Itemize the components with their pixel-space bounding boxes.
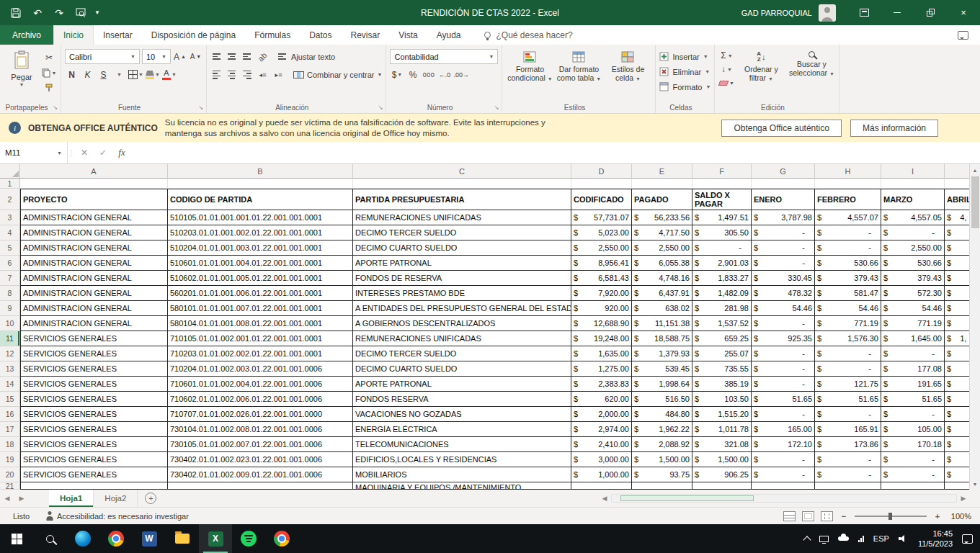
row-header-19[interactable]: 19 — [0, 452, 20, 467]
cell-G16[interactable]: $- — [752, 407, 815, 422]
cell-J11[interactable]: $1, — [945, 331, 969, 346]
cell-F13[interactable]: $735.55 — [692, 361, 752, 377]
row-header-9[interactable]: 9 — [0, 301, 20, 316]
conditional-formatting-button[interactable]: Formato condicional ▼ — [506, 48, 553, 82]
cell-I3[interactable]: $4,557.05 — [881, 210, 945, 225]
cell-J18[interactable]: $ — [945, 437, 969, 452]
format-painter-icon[interactable] — [41, 82, 57, 94]
column-header-I[interactable]: I — [881, 164, 945, 179]
row-header-2[interactable]: 2 — [0, 189, 20, 210]
cell-F15[interactable]: $103.50 — [692, 392, 752, 407]
cell-F3[interactable]: $1,497.51 — [692, 210, 752, 225]
dialog-launcher-icon[interactable]: ↘ — [494, 104, 499, 111]
clock[interactable]: 16:45 11/5/2023 — [918, 529, 953, 549]
tab-disposición-de-página[interactable]: Disposición de página — [142, 25, 245, 45]
cell-J15[interactable]: $ — [945, 392, 969, 407]
orientation-icon[interactable]: ab — [254, 49, 270, 64]
align-left-icon[interactable] — [210, 68, 223, 81]
dialog-launcher-icon[interactable]: ↘ — [378, 104, 383, 111]
hidden-icons-chevron-icon[interactable] — [803, 536, 811, 544]
cell-A12[interactable]: SERVICIOS GENERALES — [20, 346, 168, 361]
cell-B1[interactable] — [168, 179, 353, 189]
cell-A7[interactable]: ADMINISTRACION GENERAL — [20, 271, 168, 286]
cell-B6[interactable]: 510601.01.01.001.004.01.22.001.001.0001 — [168, 256, 353, 271]
cell-C8[interactable]: INTERESES PRESTAMO BDE — [353, 286, 571, 301]
cell-E4[interactable]: $4,717.50 — [632, 225, 692, 240]
cell-I18[interactable]: $170.18 — [881, 437, 945, 452]
align-top-icon[interactable] — [210, 51, 223, 62]
cell-B5[interactable]: 510204.01.01.001.003.01.22.001.001.0001 — [168, 240, 353, 256]
cell-H4[interactable]: $- — [815, 225, 881, 240]
cell-A11[interactable]: SERVICIOS GENERALES — [20, 331, 168, 346]
minimize-button[interactable] — [881, 0, 914, 25]
account-name[interactable]: GAD PARROQUIAL — [741, 9, 812, 17]
cell-I10[interactable]: $771.19 — [881, 316, 945, 331]
cell-D15[interactable]: $620.00 — [571, 392, 632, 407]
cell-G10[interactable]: $- — [752, 316, 815, 331]
cell-H11[interactable]: $1,576.30 — [815, 331, 881, 346]
cell-I19[interactable]: $- — [881, 452, 945, 467]
cell-F14[interactable]: $385.19 — [692, 377, 752, 392]
cell-C20[interactable]: MOBILIARIOS — [353, 467, 571, 482]
cell-G21[interactable] — [752, 482, 815, 490]
cell-I5[interactable]: $2,550.00 — [881, 240, 945, 256]
decrease-decimal-icon[interactable]: .00→ — [453, 68, 469, 82]
cell-C7[interactable]: FONDOS DE RESERVA — [353, 271, 571, 286]
cell-B16[interactable]: 710707.01.01.002.026.01.22.001.001.0000 — [168, 407, 353, 422]
cell-J6[interactable]: $ — [945, 256, 969, 271]
cell-H21[interactable] — [815, 482, 881, 490]
cell-J16[interactable]: $ — [945, 407, 969, 422]
cell-C19[interactable]: EDIFICIOS,LOCALES Y RESIDENCIAS — [353, 452, 571, 467]
cell-G17[interactable]: $165.00 — [752, 422, 815, 437]
underline-button[interactable]: S — [97, 68, 110, 82]
percent-style-icon[interactable]: % — [406, 68, 419, 82]
cell-D5[interactable]: $2,550.00 — [571, 240, 632, 256]
cell-H10[interactable]: $771.19 — [815, 316, 881, 331]
cell-F2[interactable]: SALDO X PAGAR — [692, 189, 752, 210]
cell-B7[interactable]: 510602.01.01.001.005.01.22.001.001.0001 — [168, 271, 353, 286]
paste-button[interactable]: Pegar▼ — [5, 48, 38, 94]
taskbar-spotify[interactable] — [232, 524, 265, 553]
increase-font-icon[interactable]: A▲ — [173, 50, 187, 64]
feedback-comment-icon[interactable] — [958, 31, 968, 40]
cell-A1[interactable] — [20, 179, 168, 189]
cell-E13[interactable]: $539.45 — [632, 361, 692, 377]
cell-B8[interactable]: 560201.01.01.001.006.01.22.001.001.0001 — [168, 286, 353, 301]
cell-E1[interactable] — [632, 179, 692, 189]
cell-J3[interactable]: $4, — [945, 210, 969, 225]
scroll-up-icon[interactable]: ▲ — [970, 164, 980, 176]
cell-A9[interactable]: ADMINISTRACION GENERAL — [20, 301, 168, 316]
undo-icon[interactable]: ↶ — [27, 3, 48, 23]
align-right-icon[interactable] — [241, 68, 254, 81]
cell-E7[interactable]: $4,748.16 — [632, 271, 692, 286]
cell-B11[interactable]: 710105.01.01.002.001.01.22.001.001.0001 — [168, 331, 353, 346]
row-header-15[interactable]: 15 — [0, 392, 20, 407]
cell-D19[interactable]: $3,000.00 — [571, 452, 632, 467]
select-all-corner[interactable] — [0, 164, 20, 179]
cell-F10[interactable]: $1,537.52 — [692, 316, 752, 331]
cell-E21[interactable] — [632, 482, 692, 490]
underline-chevron-icon[interactable]: ▼ — [112, 68, 126, 82]
cell-J1[interactable] — [945, 179, 969, 189]
comma-style-icon[interactable]: 000 — [422, 68, 435, 82]
column-header-B[interactable]: B — [168, 164, 353, 179]
cell-F21[interactable] — [692, 482, 752, 490]
cell-G15[interactable]: $51.65 — [752, 392, 815, 407]
sheet-tab-hoja1[interactable]: Hoja1 — [49, 490, 94, 507]
cell-G7[interactable]: $330.45 — [752, 271, 815, 286]
cell-A18[interactable]: SERVICIOS GENERALES — [20, 437, 168, 452]
cell-D11[interactable]: $19,248.00 — [571, 331, 632, 346]
borders-icon[interactable]: ▼ — [128, 68, 143, 82]
format-as-table-button[interactable]: Dar formato como tabla ▼ — [555, 48, 602, 82]
row-header-13[interactable]: 13 — [0, 361, 20, 377]
cell-E2[interactable]: PAGADO — [632, 189, 692, 210]
cell-J7[interactable]: $ — [945, 271, 969, 286]
cell-C1[interactable] — [353, 179, 571, 189]
cell-D3[interactable]: $57,731.07 — [571, 210, 632, 225]
increase-indent-icon[interactable]: ▸≡ — [272, 68, 285, 82]
cell-F9[interactable]: $281.98 — [692, 301, 752, 316]
cell-C9[interactable]: A ENTIDADES DEL PRESUPUESTO GENERAL DEL … — [353, 301, 571, 316]
cell-D4[interactable]: $5,023.00 — [571, 225, 632, 240]
insert-cells-button[interactable]: Insertar▼ — [659, 49, 710, 64]
cell-D12[interactable]: $1,635.00 — [571, 346, 632, 361]
